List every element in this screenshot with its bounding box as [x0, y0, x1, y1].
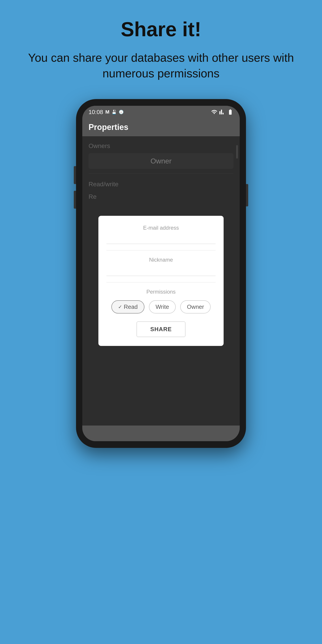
permission-owner-label: Owner — [187, 304, 204, 310]
dialog-divider-2 — [106, 282, 216, 282]
database-icon: 🕣 — [119, 110, 124, 114]
permission-owner-button[interactable]: Owner — [180, 300, 211, 314]
phone-screen: 10:08 M 💾 🕣 — [82, 106, 240, 441]
share-dialog: E-mail address Nickname Permissions — [98, 216, 224, 346]
home-bar — [139, 431, 183, 434]
email-label: E-mail address — [106, 225, 216, 231]
phone-frame: 10:08 M 💾 🕣 — [76, 99, 246, 448]
wifi-icon — [211, 109, 217, 115]
app-bar-title: Properties — [88, 122, 128, 132]
check-icon: ✓ — [118, 304, 122, 310]
screen-content: Owners Owner Read/write Re E-mail addres… — [82, 136, 240, 426]
nickname-input[interactable] — [106, 265, 216, 276]
permission-read-button[interactable]: ✓ Read — [111, 300, 144, 314]
permission-write-button[interactable]: Write — [149, 300, 176, 314]
home-bar-area — [82, 426, 240, 441]
signal-icon — [219, 109, 226, 115]
dialog-overlay: E-mail address Nickname Permissions — [82, 136, 240, 426]
permission-write-label: Write — [156, 304, 169, 310]
sim-icon: 💾 — [112, 110, 116, 114]
page-title: Share it! — [27, 18, 295, 41]
email-input[interactable] — [106, 233, 216, 244]
permissions-group: ✓ Read Write Owner — [111, 300, 211, 314]
status-left: 10:08 M 💾 🕣 — [88, 109, 124, 116]
share-button[interactable]: SHARE — [137, 322, 185, 337]
status-bar: 10:08 M 💾 🕣 — [82, 106, 240, 118]
permissions-label: Permissions — [146, 289, 176, 295]
email-field-container: E-mail address — [106, 225, 216, 244]
page-subtitle: You can share your databases with other … — [27, 50, 295, 81]
volume-up-button — [74, 166, 76, 184]
dialog-divider-1 — [106, 250, 216, 250]
battery-icon — [227, 109, 234, 115]
nickname-field-container: Nickname — [106, 257, 216, 276]
power-button — [246, 184, 248, 206]
status-time: 10:08 — [88, 109, 103, 116]
status-right — [211, 109, 234, 115]
nickname-label: Nickname — [106, 257, 216, 263]
permission-read-label: Read — [124, 304, 138, 310]
volume-down-button — [74, 191, 76, 209]
gmail-icon: M — [105, 109, 109, 115]
page-header: Share it! You can share your databases w… — [0, 18, 322, 81]
app-bar: Properties — [82, 118, 240, 136]
